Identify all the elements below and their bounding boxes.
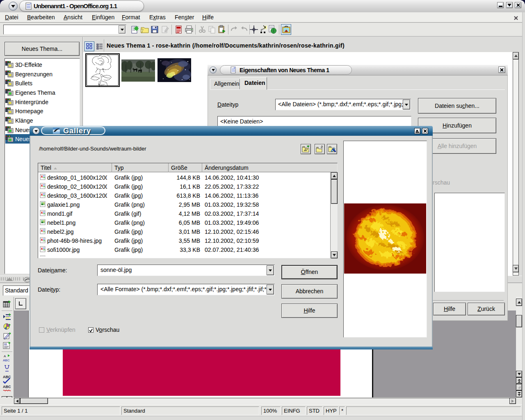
svg-text:ABC: ABC (3, 385, 11, 389)
svg-text:A: A (4, 354, 6, 358)
svg-text:ABC: ABC (3, 358, 10, 362)
